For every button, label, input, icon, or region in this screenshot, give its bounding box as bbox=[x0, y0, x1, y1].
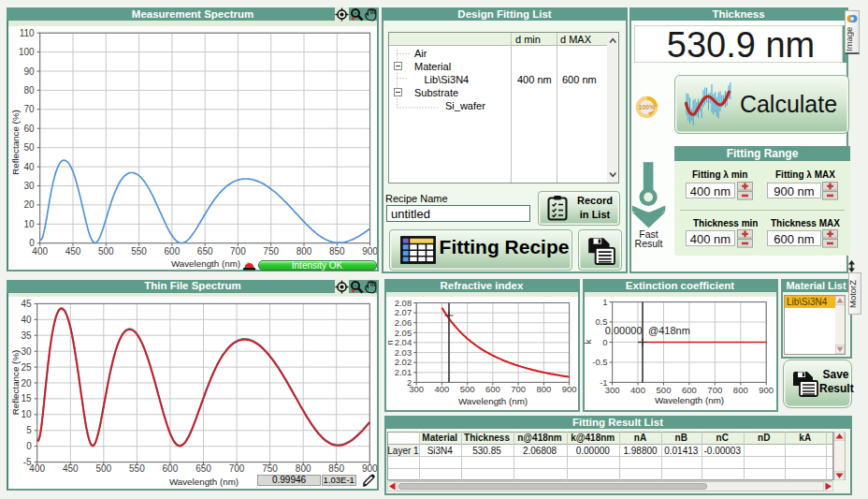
svg-text:600: 600 bbox=[682, 385, 697, 395]
svg-text:35: 35 bbox=[22, 330, 33, 341]
svg-text:500: 500 bbox=[657, 385, 672, 395]
svg-text:400: 400 bbox=[32, 246, 48, 257]
svg-text:400: 400 bbox=[434, 384, 449, 394]
svg-text:600: 600 bbox=[485, 384, 500, 394]
svg-text:n: n bbox=[385, 340, 395, 345]
svg-text:70: 70 bbox=[24, 104, 36, 114]
svg-text:650: 650 bbox=[197, 246, 213, 257]
svg-text:Wavelength (nm): Wavelength (nm) bbox=[458, 396, 528, 406]
svg-text:1: 1 bbox=[602, 297, 607, 307]
svg-text:2: 2 bbox=[407, 377, 412, 388]
svg-text:650: 650 bbox=[195, 463, 211, 474]
svg-text:550: 550 bbox=[131, 246, 147, 257]
svg-text:800: 800 bbox=[296, 463, 311, 474]
svg-text:0: 0 bbox=[26, 441, 32, 451]
svg-text:600: 600 bbox=[165, 246, 181, 257]
svg-text:-0.5: -0.5 bbox=[592, 357, 607, 367]
svg-text:700: 700 bbox=[230, 246, 246, 257]
svg-text:30: 30 bbox=[24, 181, 36, 191]
svg-text:30: 30 bbox=[22, 346, 33, 357]
svg-text:Wavelength (nm): Wavelength (nm) bbox=[169, 477, 239, 487]
svg-text:700: 700 bbox=[707, 385, 722, 395]
svg-text:Wavelength (nm): Wavelength (nm) bbox=[655, 395, 724, 405]
svg-text:450: 450 bbox=[63, 463, 79, 474]
svg-text:550: 550 bbox=[129, 463, 145, 474]
svg-text:850: 850 bbox=[328, 463, 344, 474]
svg-text:700: 700 bbox=[511, 384, 526, 394]
svg-text:400: 400 bbox=[630, 385, 645, 395]
svg-text:750: 750 bbox=[262, 463, 278, 474]
svg-text:Reflectance (%): Reflectance (%) bbox=[10, 350, 21, 416]
svg-text:500: 500 bbox=[460, 384, 475, 394]
svg-text:100: 100 bbox=[19, 47, 35, 57]
svg-text:2.04: 2.04 bbox=[395, 337, 412, 347]
svg-text:10: 10 bbox=[22, 409, 33, 419]
svg-text:0: 0 bbox=[29, 238, 35, 248]
svg-text:900: 900 bbox=[562, 384, 577, 394]
svg-text:110: 110 bbox=[20, 28, 35, 38]
svg-text:20: 20 bbox=[24, 199, 36, 210]
svg-text:800: 800 bbox=[733, 385, 748, 395]
svg-text:500: 500 bbox=[95, 463, 111, 474]
svg-text:5: 5 bbox=[26, 425, 32, 435]
svg-text:45: 45 bbox=[22, 299, 33, 309]
svg-text:@418nm: @418nm bbox=[648, 325, 690, 336]
svg-text:750: 750 bbox=[263, 246, 279, 257]
svg-text:0: 0 bbox=[602, 337, 607, 347]
svg-text:2.01: 2.01 bbox=[395, 367, 412, 377]
svg-text:850: 850 bbox=[329, 246, 345, 257]
svg-text:Wavelength (nm): Wavelength (nm) bbox=[171, 258, 240, 269]
svg-text:2.06: 2.06 bbox=[395, 317, 412, 328]
svg-text:900: 900 bbox=[759, 385, 774, 395]
svg-text:k: k bbox=[584, 339, 593, 344]
svg-text:2.05: 2.05 bbox=[395, 328, 412, 338]
svg-text:60: 60 bbox=[24, 124, 36, 134]
svg-text:900: 900 bbox=[362, 246, 377, 257]
svg-text:Reflectance (%): Reflectance (%) bbox=[10, 110, 21, 175]
svg-text:15: 15 bbox=[22, 393, 33, 404]
svg-text:800: 800 bbox=[536, 384, 551, 394]
svg-text:2.08: 2.08 bbox=[395, 298, 412, 308]
svg-text:500: 500 bbox=[98, 246, 114, 257]
svg-text:0.00000: 0.00000 bbox=[605, 325, 643, 336]
svg-text:2.03: 2.03 bbox=[395, 347, 412, 358]
svg-text:450: 450 bbox=[65, 246, 81, 257]
svg-text:-1: -1 bbox=[600, 377, 607, 388]
svg-text:40: 40 bbox=[24, 162, 36, 172]
svg-text:800: 800 bbox=[297, 246, 312, 257]
svg-text:2.02: 2.02 bbox=[395, 357, 412, 367]
svg-text:100%: 100% bbox=[639, 104, 655, 110]
svg-text:20: 20 bbox=[22, 378, 33, 389]
svg-text:700: 700 bbox=[229, 463, 245, 474]
svg-text:900: 900 bbox=[362, 463, 377, 474]
svg-text:80: 80 bbox=[24, 85, 36, 95]
svg-text:2.07: 2.07 bbox=[395, 307, 412, 317]
svg-text:40: 40 bbox=[22, 315, 33, 325]
svg-text:90: 90 bbox=[24, 66, 36, 77]
svg-text:-5: -5 bbox=[23, 457, 32, 467]
svg-text:10: 10 bbox=[24, 219, 36, 229]
svg-text:25: 25 bbox=[22, 362, 33, 373]
svg-text:50: 50 bbox=[24, 142, 36, 153]
svg-text:400: 400 bbox=[29, 463, 45, 474]
svg-text:600: 600 bbox=[163, 463, 179, 474]
